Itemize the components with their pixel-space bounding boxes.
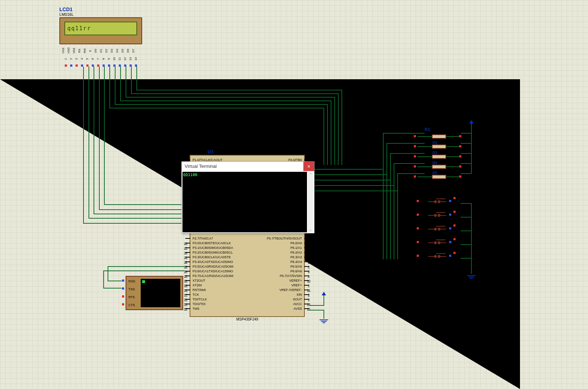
mcu-pin: 31P3.3/UCB0CLK/UCA0STE — [190, 255, 233, 259]
mcu-pin: 7VREF+ — [289, 283, 304, 287]
mcu-pin: 52XT2OUT — [190, 278, 208, 283]
resistor-ref: R1 — [425, 127, 453, 132]
resistor-network[interactable]: R1 R2 R3 R4 R510k — [425, 127, 453, 184]
mcu-pin: 10VEREF+ — [287, 278, 304, 283]
mcu-pin: 54TDO/TDI — [190, 302, 208, 306]
lcd-pin: D714 — [133, 45, 139, 68]
mcu-pin: 4P6.5/A5 — [288, 264, 304, 269]
mcu-pin: 2P6.3/A3 — [288, 255, 304, 259]
push-button[interactable] — [421, 196, 457, 210]
mcu-pin: 55TDI/TCLK — [190, 297, 209, 301]
mcu-pin: 56TMS — [190, 307, 202, 311]
virtual-terminal-title: Virtual Terminal — [182, 162, 314, 171]
mcu-pin: P5.7/TBOUTH/SVSOUT — [264, 236, 304, 241]
push-button[interactable] — [421, 224, 457, 237]
virtual-terminal-window[interactable]: Virtual Terminal × QQ11RR — [181, 161, 315, 233]
push-button[interactable] — [421, 237, 457, 251]
vcc-symbol — [469, 120, 474, 124]
push-button[interactable] — [421, 210, 457, 224]
mcu-part: MSP430F249 — [236, 317, 258, 321]
push-button[interactable] — [421, 251, 457, 265]
lcd-pin-row: VSS1VDD2VEE3RS4RW5E6D07D18D29D310D411D51… — [63, 45, 139, 68]
mcu-pin: 53XT2IN — [190, 283, 204, 287]
mcu-pin: 59P6.0/A0 — [288, 241, 304, 245]
mcu-ref: U1 — [208, 149, 214, 155]
close-button[interactable]: × — [303, 162, 314, 171]
vcc-symbol — [322, 292, 326, 295]
mcu-pin: 32P3.4/UCA0TXD/UCA0SIMO — [190, 260, 235, 264]
mcu-pin: 9XOUT — [291, 297, 304, 301]
virtual-terminal-output: QQ11RR — [182, 172, 307, 232]
mcu-pin: 30P3.2/UCB0SOMI/UCB0SCL — [190, 250, 235, 255]
serial-terminal[interactable]: RXDTXDRTSCTS — [126, 276, 183, 310]
mcu-pin: 3P6.4/A4 — [288, 260, 304, 264]
resistor: R4 — [425, 162, 453, 173]
mcu-pin: 61P6.2/A2 — [288, 250, 304, 255]
mcu-pin: P2.7/TA0/CA7 — [190, 236, 215, 241]
close-icon: × — [307, 164, 310, 169]
mcu-pin: 57TCK — [190, 292, 201, 297]
button-array[interactable] — [421, 196, 457, 265]
ground-symbol — [320, 319, 328, 324]
mcu-pin: 8XIN — [294, 292, 304, 297]
ground-symbol — [467, 274, 476, 280]
mcu-pin: 29P3.1/UCB0SIMO/UCB0SDA — [190, 246, 235, 250]
mcu-pin: 5P6.6/A6 — [288, 269, 304, 273]
resistor: R3 — [425, 152, 453, 162]
mcu-pin: 58RST/NMI — [190, 288, 208, 292]
serial-pin-cts: CTS — [128, 303, 135, 307]
serial-pin-txd: TXD — [128, 287, 135, 291]
mcu-pin: 6P6.7/A7/SVSIN — [277, 274, 304, 278]
cursor-icon — [142, 280, 145, 283]
lcd-ref: LCD1 — [59, 6, 73, 12]
lcd-module[interactable]: LCD1 LM016L qq11rr VSS1VDD2VEE3RS4RW5E6D… — [59, 17, 142, 44]
resistor: R2 — [425, 142, 453, 152]
lcd-part: LM016L — [59, 12, 74, 17]
mcu-pin: 64AVCC — [291, 302, 304, 306]
resistor: R5 — [425, 173, 453, 183]
resistor — [425, 132, 453, 142]
lcd-screen: qq11rr — [64, 22, 137, 35]
mcu-pin: 34P3.6/UCA1TXD/UCA1SIMO — [190, 269, 235, 273]
mcu-pin: 35P3.7/UCA1RXD/UCA1SOMI — [190, 274, 236, 278]
lcd-display-text: qq11rr — [67, 25, 91, 32]
scrollbar[interactable] — [308, 172, 313, 232]
lcd-body: qq11rr — [59, 17, 142, 44]
serial-pin-rts: RTS — [128, 295, 135, 299]
mcu-pin: 62AVSS — [291, 307, 304, 311]
mcu-pin: 60P6.1/A1 — [288, 246, 304, 250]
mcu-pin: 28P3.0/UCB0STE/UCA0CLK — [190, 241, 233, 245]
serial-pin-rxd: RXD — [128, 280, 135, 283]
mcu-pin: 11VREF-/VEREF- — [277, 288, 304, 292]
mcu-pin: 33P3.5/UCA0RXD/UCA0SOMI — [190, 264, 236, 269]
serial-screen — [141, 279, 180, 307]
